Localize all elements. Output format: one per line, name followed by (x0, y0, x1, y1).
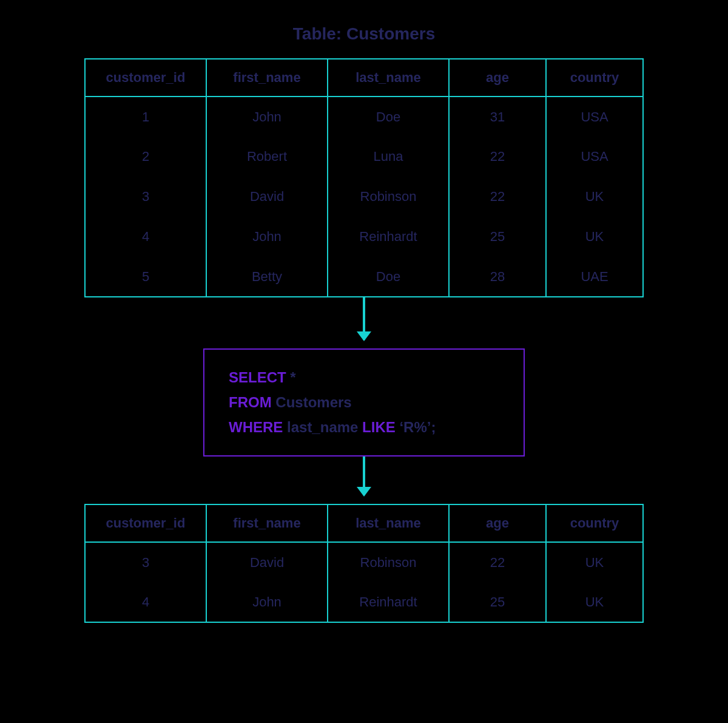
query-line-select: SELECT * (229, 365, 499, 390)
cell-country: UAE (546, 257, 643, 297)
col-header-first: first_name (206, 504, 328, 542)
cell-last: Reinhardt (328, 582, 449, 622)
cell-country: UK (546, 217, 643, 257)
cell-first: Robert (206, 137, 328, 177)
cell-country: UK (546, 542, 643, 582)
kw-select: SELECT (229, 369, 286, 385)
cell-id: 5 (85, 257, 206, 297)
where-mid: last_name (283, 419, 362, 435)
query-line-from: FROM Customers (229, 390, 499, 415)
table-row: 4 John Reinhardt 25 UK (85, 217, 643, 257)
cell-country: UK (546, 582, 643, 622)
cell-last: Doe (328, 257, 449, 297)
cell-country: USA (546, 97, 643, 137)
cell-first: David (206, 177, 328, 217)
cell-last: Robinson (328, 177, 449, 217)
cell-age: 22 (449, 177, 546, 217)
table-row: 4 John Reinhardt 25 UK (85, 582, 643, 622)
cell-first: John (206, 582, 328, 622)
kw-where: WHERE (229, 419, 283, 435)
cell-country: UK (546, 177, 643, 217)
table-row: 3 David Robinson 22 UK (85, 542, 643, 582)
diagram-title: Table: Customers (293, 24, 435, 44)
like-rest: ‘R%’; (396, 419, 436, 435)
cell-age: 22 (449, 542, 546, 582)
kw-from: FROM (229, 394, 272, 410)
cell-id: 3 (85, 177, 206, 217)
col-header-id: customer_id (85, 504, 206, 542)
cell-id: 3 (85, 542, 206, 582)
result-header-row: customer_id first_name last_name age cou… (85, 504, 643, 542)
cell-id: 2 (85, 137, 206, 177)
cell-id: 4 (85, 582, 206, 622)
cell-last: Doe (328, 97, 449, 137)
col-header-age: age (449, 59, 546, 97)
arrow-down-icon (363, 297, 365, 340)
cell-age: 28 (449, 257, 546, 297)
cell-id: 1 (85, 97, 206, 137)
table-row: 1 John Doe 31 USA (85, 97, 643, 137)
table-row: 3 David Robinson 22 UK (85, 177, 643, 217)
col-header-age: age (449, 504, 546, 542)
col-header-country: country (546, 504, 643, 542)
source-table: customer_id first_name last_name age cou… (84, 58, 644, 297)
cell-age: 25 (449, 217, 546, 257)
cell-first: John (206, 217, 328, 257)
table-row: 5 Betty Doe 28 UAE (85, 257, 643, 297)
from-rest: Customers (272, 394, 352, 410)
source-header-row: customer_id first_name last_name age cou… (85, 59, 643, 97)
col-header-country: country (546, 59, 643, 97)
cell-last: Luna (328, 137, 449, 177)
cell-first: John (206, 97, 328, 137)
table-row: 2 Robert Luna 22 USA (85, 137, 643, 177)
cell-first: David (206, 542, 328, 582)
query-line-where: WHERE last_name LIKE ‘R%’; (229, 415, 499, 440)
cell-id: 4 (85, 217, 206, 257)
cell-age: 25 (449, 582, 546, 622)
cell-age: 22 (449, 137, 546, 177)
cell-country: USA (546, 137, 643, 177)
col-header-id: customer_id (85, 59, 206, 97)
cell-first: Betty (206, 257, 328, 297)
arrow-down-icon (363, 457, 365, 495)
cell-last: Robinson (328, 542, 449, 582)
kw-like: LIKE (362, 419, 396, 435)
sql-query-box: SELECT * FROM Customers WHERE last_name … (203, 348, 525, 457)
cell-age: 31 (449, 97, 546, 137)
cell-last: Reinhardt (328, 217, 449, 257)
col-header-last: last_name (328, 59, 449, 97)
select-rest: * (286, 369, 296, 385)
col-header-last: last_name (328, 504, 449, 542)
result-table: customer_id first_name last_name age cou… (84, 504, 644, 623)
col-header-first: first_name (206, 59, 328, 97)
